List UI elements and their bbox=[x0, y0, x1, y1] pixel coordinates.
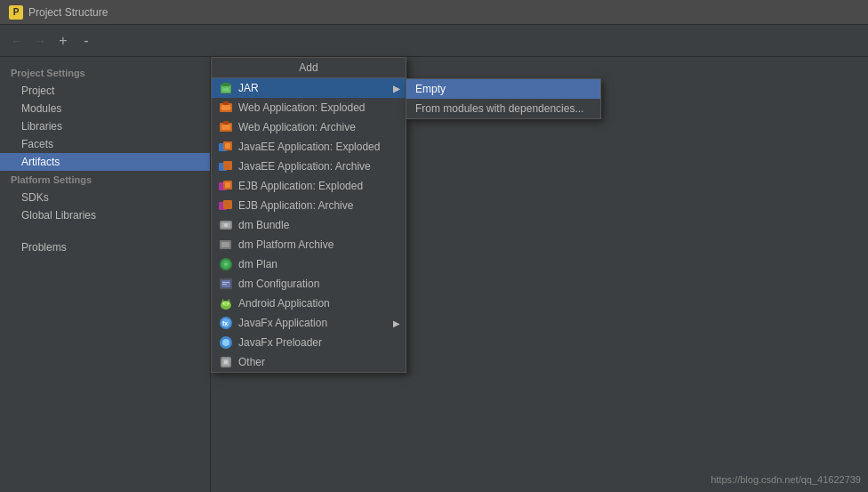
sidebar-item-artifacts[interactable]: Artifacts bbox=[0, 153, 210, 171]
menu-item-dm-plan-label: dm Plan bbox=[238, 258, 277, 270]
url-text: https://blog.csdn.net/qq_41622739 bbox=[711, 474, 861, 485]
menu-item-other-label: Other bbox=[238, 356, 265, 368]
javaee-exploded-icon bbox=[219, 140, 233, 154]
svg-point-44 bbox=[222, 339, 229, 346]
svg-rect-10 bbox=[223, 121, 229, 125]
title-bar-text: Project Structure bbox=[28, 6, 108, 19]
remove-button[interactable]: - bbox=[76, 31, 96, 51]
menu-item-android-application-label: Android Application bbox=[238, 297, 330, 310]
menu-item-web-archive[interactable]: Web Application: Archive bbox=[212, 117, 406, 137]
toolbar: ← → + - bbox=[0, 25, 868, 57]
title-bar: P Project Structure bbox=[0, 0, 868, 25]
menu-item-dm-configuration-label: dm Configuration bbox=[238, 278, 319, 290]
dm-bundle-icon bbox=[219, 218, 233, 232]
menu-item-javafx-application[interactable]: fx JavaFx Application bbox=[212, 313, 406, 333]
svg-point-23 bbox=[224, 223, 228, 227]
menu-item-android-application[interactable]: Android Application bbox=[212, 294, 406, 313]
submenu-item-empty-label: Empty bbox=[415, 83, 446, 95]
jar-icon bbox=[219, 81, 233, 95]
menu-item-ejb-archive-label: EJB Application: Archive bbox=[238, 199, 353, 212]
sidebar-item-project[interactable]: Project bbox=[0, 82, 210, 100]
app-icon: P bbox=[9, 5, 23, 20]
submenu-item-from-modules[interactable]: From modules with dependencies... bbox=[406, 99, 600, 118]
add-dropdown-menu: Add JAR ▶ bbox=[211, 57, 406, 373]
content-area: Add JAR ▶ bbox=[211, 57, 868, 492]
svg-rect-13 bbox=[225, 143, 230, 149]
svg-line-38 bbox=[222, 300, 223, 302]
menu-item-javaee-exploded[interactable]: JavaEE Application: Exploded bbox=[212, 137, 406, 157]
menu-item-javaee-archive[interactable]: JavaEE Application: Archive bbox=[212, 157, 406, 176]
menu-item-javafx-preloader-label: JavaFx Preloader bbox=[238, 336, 322, 349]
sidebar-item-global-libraries[interactable]: Global Libraries bbox=[0, 206, 210, 224]
menu-item-javafx-application-label: JavaFx Application bbox=[238, 317, 327, 329]
javafx-preloader-icon bbox=[219, 335, 233, 350]
submenu-item-from-modules-label: From modules with dependencies... bbox=[415, 102, 583, 115]
menu-item-web-archive-label: Web Application: Archive bbox=[238, 121, 356, 133]
main-container: Project Settings Project Modules Librari… bbox=[0, 57, 868, 492]
menu-item-other[interactable]: Other bbox=[212, 352, 406, 372]
sidebar-item-problems[interactable]: Problems bbox=[0, 238, 210, 256]
svg-point-36 bbox=[223, 302, 225, 304]
sidebar-item-facets[interactable]: Facets bbox=[0, 135, 210, 153]
add-button[interactable]: + bbox=[53, 31, 73, 51]
menu-item-web-exploded-label: Web Application: Exploded bbox=[238, 101, 366, 114]
svg-rect-18 bbox=[225, 182, 230, 188]
menu-item-dm-platform-archive[interactable]: dm Platform Archive bbox=[212, 235, 406, 254]
javaee-archive-icon bbox=[219, 159, 233, 173]
sidebar-item-modules[interactable]: Modules bbox=[0, 100, 210, 117]
back-button[interactable]: ← bbox=[7, 31, 27, 51]
sidebar-item-libraries[interactable]: Libraries bbox=[0, 117, 210, 135]
svg-rect-6 bbox=[223, 101, 229, 105]
menu-item-dm-configuration[interactable]: dm Configuration bbox=[212, 274, 406, 294]
menu-item-web-exploded[interactable]: Web Application: Exploded bbox=[212, 98, 406, 117]
menu-item-ejb-archive[interactable]: EJB Application: Archive bbox=[212, 196, 406, 215]
svg-rect-32 bbox=[222, 284, 227, 285]
web-exploded-icon bbox=[219, 101, 233, 115]
sidebar: Project Settings Project Modules Librari… bbox=[0, 57, 211, 492]
submenu-item-empty[interactable]: Empty bbox=[406, 79, 600, 99]
svg-rect-31 bbox=[222, 282, 229, 283]
menu-item-ejb-exploded[interactable]: EJB Application: Exploded bbox=[212, 176, 406, 196]
menu-item-dm-plan[interactable]: dm Plan bbox=[212, 254, 406, 274]
menu-item-dm-platform-archive-label: dm Platform Archive bbox=[238, 238, 334, 251]
ejb-exploded-icon bbox=[219, 179, 233, 193]
svg-point-37 bbox=[228, 302, 229, 304]
jar-submenu: Empty From modules with dependencies... bbox=[406, 78, 601, 119]
svg-rect-25 bbox=[221, 242, 229, 247]
svg-rect-3 bbox=[223, 88, 229, 91]
menu-item-javaee-exploded-label: JavaEE Application: Exploded bbox=[238, 141, 380, 153]
project-settings-label: Project Settings bbox=[0, 64, 210, 82]
svg-rect-7 bbox=[221, 108, 231, 109]
ejb-archive-icon bbox=[219, 198, 233, 213]
other-icon bbox=[219, 355, 233, 369]
sidebar-item-sdks[interactable]: SDKs bbox=[0, 189, 210, 206]
web-archive-icon bbox=[219, 120, 233, 134]
javafx-application-icon: fx bbox=[219, 316, 233, 330]
android-application-icon bbox=[219, 296, 233, 311]
forward-button[interactable]: → bbox=[30, 31, 50, 51]
svg-rect-1 bbox=[222, 83, 229, 86]
svg-rect-9 bbox=[221, 125, 230, 130]
svg-line-39 bbox=[229, 300, 229, 302]
menu-item-jar[interactable]: JAR ▶ Empty From modules with dependenci… bbox=[212, 78, 406, 98]
svg-rect-15 bbox=[223, 161, 232, 170]
menu-item-ejb-exploded-label: EJB Application: Exploded bbox=[238, 180, 363, 192]
svg-rect-47 bbox=[224, 360, 228, 364]
add-menu-header: Add bbox=[212, 58, 406, 78]
menu-item-dm-bundle-label: dm Bundle bbox=[238, 219, 289, 231]
svg-point-28 bbox=[224, 262, 228, 266]
dm-plan-icon bbox=[219, 257, 233, 271]
platform-settings-label: Platform Settings bbox=[0, 171, 210, 189]
svg-rect-20 bbox=[223, 200, 232, 209]
menu-item-javaee-archive-label: JavaEE Application: Archive bbox=[238, 160, 371, 173]
svg-text:fx: fx bbox=[222, 320, 228, 327]
menu-item-javafx-preloader[interactable]: JavaFx Preloader bbox=[212, 333, 406, 352]
dm-configuration-icon bbox=[219, 277, 233, 291]
menu-item-dm-bundle[interactable]: dm Bundle bbox=[212, 215, 406, 235]
dm-platform-archive-icon bbox=[219, 238, 233, 252]
menu-item-jar-label: JAR bbox=[238, 82, 259, 94]
